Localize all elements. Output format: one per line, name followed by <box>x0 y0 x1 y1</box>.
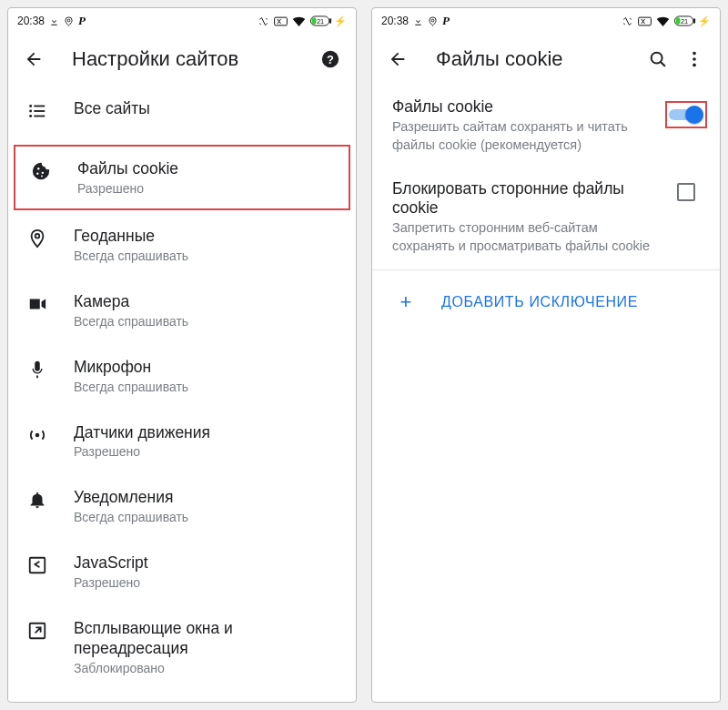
block-third-party-checkbox[interactable] <box>677 183 695 201</box>
item-subtitle: Всегда спрашивать <box>74 380 343 394</box>
svg-point-19 <box>35 432 40 437</box>
item-title: Всплывающие окна и переадресация <box>74 619 343 659</box>
popup-icon <box>27 621 47 641</box>
help-icon: ? <box>320 49 340 69</box>
back-button[interactable] <box>15 41 52 77</box>
svg-point-18 <box>35 234 40 238</box>
item-subtitle: Всегда спрашивать <box>74 314 343 329</box>
item-title: JavaScript <box>74 553 343 573</box>
page-title: Настройки сайтов <box>72 47 312 71</box>
add-exception-label: ДОБАВИТЬ ИСКЛЮЧЕНИЕ <box>441 294 638 310</box>
phone-right: 20:38 P 21 ⚡ Файлы cookie Файлы co <box>371 7 721 703</box>
row-title: Файлы cookie <box>392 97 654 117</box>
p-icon: P <box>78 14 86 28</box>
list-icon <box>27 101 47 121</box>
add-exception-button[interactable]: + ДОБАВИТЬ ИСКЛЮЧЕНИЕ <box>372 276 720 329</box>
svg-point-16 <box>42 172 44 174</box>
item-subtitle: Разрешено <box>77 181 339 196</box>
item-subtitle: Заблокировано <box>74 661 343 675</box>
svg-point-0 <box>67 19 70 22</box>
item-subtitle: Разрешено <box>74 575 343 590</box>
cookies-toggle[interactable] <box>669 105 703 125</box>
svg-rect-4 <box>312 17 317 24</box>
svg-rect-3 <box>329 18 331 24</box>
app-header-left: Настройки сайтов ? <box>8 34 356 85</box>
item-camera[interactable]: Камера Всегда спрашивать <box>8 278 356 343</box>
svg-rect-25 <box>693 18 695 24</box>
js-icon <box>27 555 47 575</box>
battery-indicator: 21 ⚡ <box>674 15 711 27</box>
help-button[interactable]: ? <box>312 41 349 77</box>
page-title: Файлы cookie <box>436 47 640 71</box>
item-notifications[interactable]: Уведомления Всегда спрашивать <box>8 473 356 539</box>
more-vert-icon <box>684 49 704 69</box>
bell-icon <box>27 490 47 510</box>
row-subtitle: Запретить сторонним веб-сайтам сохранять… <box>392 219 654 255</box>
svg-rect-26 <box>676 17 681 24</box>
item-subtitle: Разрешено <box>74 444 343 459</box>
svg-point-12 <box>29 115 32 117</box>
toggle-highlight <box>665 101 707 128</box>
svg-rect-13 <box>34 116 45 117</box>
item-motion-sensors[interactable]: Датчики движения Разрешено <box>8 409 356 474</box>
back-arrow-icon <box>24 49 44 69</box>
item-all-sites[interactable]: Все сайты <box>8 85 356 143</box>
app-header-right: Файлы cookie <box>372 34 720 85</box>
status-bar: 20:38 P 21 ⚡ <box>8 8 356 34</box>
item-popups[interactable]: Всплывающие окна и переадресация Заблоки… <box>8 604 356 690</box>
svg-point-17 <box>41 176 43 178</box>
mic-icon <box>27 360 47 380</box>
svg-rect-23 <box>639 17 652 25</box>
item-title: Все сайты <box>74 99 343 119</box>
svg-point-29 <box>693 52 696 56</box>
svg-rect-11 <box>34 110 45 112</box>
svg-point-30 <box>693 57 696 61</box>
location-status-icon <box>64 16 74 26</box>
svg-rect-1 <box>275 17 288 25</box>
vibrate-icon <box>622 15 633 27</box>
svg-point-31 <box>693 64 696 67</box>
svg-text:21: 21 <box>681 17 688 25</box>
row-title: Блокировать сторонние файлы cookie <box>392 179 654 218</box>
row-subtitle: Разрешить сайтам сохранять и читать файл… <box>392 118 654 154</box>
item-subtitle: Всегда спрашивать <box>74 510 343 524</box>
item-subtitle: Всегда спрашивать <box>74 248 343 263</box>
svg-rect-9 <box>34 106 45 107</box>
svg-point-14 <box>37 167 39 169</box>
search-button[interactable] <box>640 41 676 77</box>
status-bar: 20:38 P 21 ⚡ <box>372 8 720 34</box>
motion-icon <box>27 425 47 445</box>
cookies-toggle-row[interactable]: Файлы cookie Разрешить сайтам сохранять … <box>372 85 720 167</box>
phone-left: 20:38 P 21 ⚡ Настройки сайтов ? <box>7 7 357 703</box>
battery-indicator: 21 ⚡ <box>310 15 347 27</box>
search-icon <box>648 49 668 69</box>
status-time: 20:38 <box>17 15 45 27</box>
no-sim-icon <box>638 16 652 26</box>
no-sim-icon <box>274 16 288 26</box>
item-title: Камера <box>74 292 343 312</box>
location-icon <box>27 228 47 248</box>
item-title: Геоданные <box>74 227 343 247</box>
cookie-icon <box>31 161 51 181</box>
item-microphone[interactable]: Микрофон Всегда спрашивать <box>8 343 356 409</box>
item-title: Микрофон <box>74 358 343 378</box>
item-title: Файлы cookie <box>77 159 339 179</box>
wifi-icon <box>292 16 306 26</box>
overflow-menu-button[interactable] <box>676 41 713 77</box>
item-location[interactable]: Геоданные Всегда спрашивать <box>8 212 356 278</box>
block-third-party-row[interactable]: Блокировать сторонние файлы cookie Запре… <box>372 167 720 268</box>
download-icon <box>413 16 423 26</box>
item-cookies[interactable]: Файлы cookie Разрешено <box>14 145 350 210</box>
back-arrow-icon <box>388 49 408 69</box>
svg-point-10 <box>29 110 32 113</box>
p-icon: P <box>442 14 450 28</box>
wifi-icon <box>656 16 670 26</box>
svg-point-8 <box>29 105 32 107</box>
svg-text:?: ? <box>327 53 334 66</box>
camera-icon <box>27 294 47 314</box>
item-javascript[interactable]: JavaScript Разрешено <box>8 539 356 604</box>
divider <box>372 269 720 270</box>
svg-point-15 <box>36 173 38 175</box>
plus-icon: + <box>394 290 418 314</box>
back-button[interactable] <box>379 41 416 77</box>
